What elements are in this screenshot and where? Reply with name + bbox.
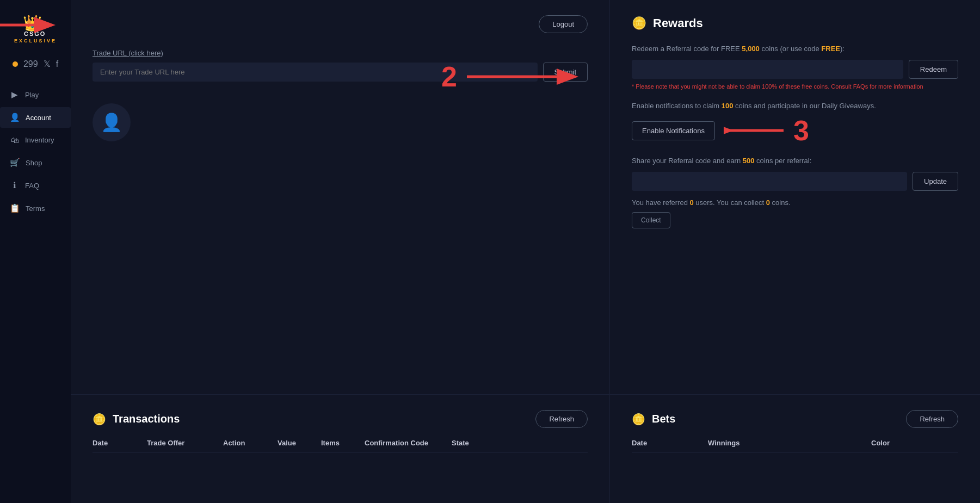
col-state: State bbox=[452, 439, 588, 447]
notify-description: Enable notifications to claim 100 coins … bbox=[632, 101, 958, 111]
redeem-description: Redeem a Referral code for FREE 5,000 co… bbox=[632, 44, 958, 54]
rewards-coins-icon: 🪙 bbox=[632, 16, 646, 30]
logo-sub-text: EXCLUSIVE bbox=[14, 38, 57, 44]
sidebar-item-faq[interactable]: ℹ FAQ bbox=[0, 175, 71, 196]
redeem-free-highlight: FREE bbox=[821, 45, 840, 53]
update-button[interactable]: Update bbox=[913, 172, 958, 191]
trade-url-label[interactable]: Trade URL (click here) bbox=[93, 49, 588, 57]
play-icon: ▶ bbox=[10, 90, 20, 100]
notify-coins-highlight: 100 bbox=[722, 102, 734, 110]
logo-icon: 👑 CSGO bbox=[21, 9, 50, 38]
main-content: Logout 1 Trade URL (click here) bbox=[71, 0, 980, 503]
avatar: 👤 bbox=[93, 103, 131, 141]
referral-input-row: Update bbox=[632, 172, 958, 191]
sidebar: 👑 CSGO EXCLUSIVE 299 𝕏 f ▶ Play 👤 Accoun… bbox=[0, 0, 71, 503]
transactions-panel: 🪙 Transactions Refresh Date Trade Offer … bbox=[71, 395, 610, 503]
col-confirmation-code: Confirmation Code bbox=[365, 439, 452, 447]
twitter-icon[interactable]: 𝕏 bbox=[44, 59, 51, 69]
top-row: Logout 1 Trade URL (click here) bbox=[71, 0, 980, 394]
avatar-area: 👤 bbox=[93, 103, 588, 141]
redeem-section: Redeem a Referral code for FREE 5,000 co… bbox=[632, 44, 958, 90]
nav-menu: ▶ Play 👤 Account 🛍 Inventory 🛒 Shop ℹ FA… bbox=[0, 84, 71, 219]
trade-url-section: Trade URL (click here) Submit bbox=[93, 49, 588, 82]
col-action: Action bbox=[223, 439, 278, 447]
bets-col-winnings: Winnings bbox=[708, 439, 871, 447]
sidebar-item-account[interactable]: 👤 Account bbox=[0, 107, 71, 128]
col-value: Value bbox=[278, 439, 321, 447]
rewards-title: 🪙 Rewards bbox=[632, 16, 958, 30]
trade-url-input-row: Submit bbox=[93, 63, 588, 82]
transactions-coins-icon: 🪙 bbox=[93, 413, 106, 426]
redeem-desc-1: Redeem a Referral code for FREE bbox=[632, 45, 742, 53]
referred-text: You have referred 0 users. You can colle… bbox=[632, 198, 958, 207]
redeem-desc-3: ): bbox=[840, 45, 845, 53]
bets-title-text: Bets bbox=[652, 413, 675, 425]
redeem-desc-2: coins (or use code bbox=[760, 45, 821, 53]
account-icon: 👤 bbox=[10, 113, 20, 122]
sidebar-item-inventory[interactable]: 🛍 Inventory bbox=[0, 130, 71, 150]
redeem-input[interactable] bbox=[632, 60, 903, 79]
referred-count: 0 bbox=[689, 198, 693, 207]
collect-button[interactable]: Collect bbox=[632, 212, 670, 228]
col-items: Items bbox=[321, 439, 365, 447]
arrow-3-icon bbox=[724, 121, 789, 140]
sidebar-label-terms: Terms bbox=[26, 204, 45, 213]
sidebar-label-faq: FAQ bbox=[25, 182, 39, 190]
col-date: Date bbox=[93, 439, 147, 447]
terms-icon: 📋 bbox=[10, 203, 20, 213]
transactions-refresh-button[interactable]: Refresh bbox=[535, 410, 588, 428]
transactions-header: 🪙 Transactions Refresh bbox=[93, 410, 588, 428]
avatar-icon: 👤 bbox=[101, 112, 122, 133]
referral-desc-2: coins per referral: bbox=[755, 157, 812, 165]
referred-text-2: users. You can collect bbox=[694, 198, 766, 207]
referral-description: Share your Referral code and earn 500 co… bbox=[632, 156, 958, 166]
notify-desc-1: Enable notifications to claim bbox=[632, 102, 722, 110]
rewards-title-text: Rewards bbox=[653, 16, 703, 30]
bets-coins-icon: 🪙 bbox=[632, 413, 645, 426]
sidebar-label-inventory: Inventory bbox=[25, 136, 54, 144]
svg-text:👑: 👑 bbox=[23, 14, 42, 32]
faq-icon: ℹ bbox=[10, 181, 20, 190]
facebook-icon[interactable]: f bbox=[56, 59, 58, 69]
bottom-row: 🪙 Transactions Refresh Date Trade Offer … bbox=[71, 394, 980, 503]
bets-header: 🪙 Bets Refresh bbox=[632, 410, 958, 428]
collect-coins: 0 bbox=[766, 198, 770, 207]
sidebar-item-terms[interactable]: 📋 Terms bbox=[0, 198, 71, 219]
redeem-input-row: Redeem bbox=[632, 60, 958, 79]
sidebar-item-play[interactable]: ▶ Play bbox=[0, 84, 71, 105]
transactions-table-header: Date Trade Offer Action Value Items Conf… bbox=[93, 439, 588, 453]
referral-section: Share your Referral code and earn 500 co… bbox=[632, 156, 958, 228]
notify-desc-2: coins and participate in our Daily Givea… bbox=[733, 102, 876, 110]
sidebar-label-shop: Shop bbox=[26, 159, 42, 167]
svg-text:CSGO: CSGO bbox=[24, 30, 46, 37]
logout-button[interactable]: Logout bbox=[539, 15, 588, 33]
referral-desc-1: Share your Referral code and earn bbox=[632, 157, 743, 165]
sidebar-item-shop[interactable]: 🛒 Shop bbox=[0, 152, 71, 173]
bets-title: 🪙 Bets bbox=[632, 413, 675, 426]
sidebar-label-play: Play bbox=[25, 91, 39, 99]
redeem-warning: * Please note that you might not be able… bbox=[632, 83, 958, 90]
social-row: 299 𝕏 f bbox=[13, 59, 58, 69]
coin-balance: 299 bbox=[23, 59, 38, 69]
sidebar-label-account: Account bbox=[26, 114, 51, 122]
bets-col-date: Date bbox=[632, 439, 708, 447]
rewards-panel: 2 🪙 Rewards Redeem a Referral code bbox=[610, 0, 980, 394]
inventory-icon: 🛍 bbox=[10, 135, 20, 145]
shop-icon: 🛒 bbox=[10, 158, 20, 167]
referred-text-3: coins. bbox=[770, 198, 791, 207]
referral-coins-highlight: 500 bbox=[743, 157, 755, 165]
bets-refresh-button[interactable]: Refresh bbox=[906, 410, 958, 428]
trade-url-input[interactable] bbox=[93, 63, 538, 82]
referral-input[interactable] bbox=[632, 172, 907, 191]
bets-col-color: Color bbox=[871, 439, 958, 447]
bets-panel: 🪙 Bets Refresh Date Winnings Color bbox=[610, 395, 980, 503]
submit-button[interactable]: Submit bbox=[543, 63, 588, 82]
col-trade-offer: Trade Offer bbox=[147, 439, 223, 447]
redeem-coins-highlight: 5,000 bbox=[742, 45, 760, 53]
redeem-button[interactable]: Redeem bbox=[909, 60, 958, 79]
account-panel: Logout 1 Trade URL (click here) bbox=[71, 0, 610, 394]
annotation-3: 3 bbox=[793, 116, 809, 145]
referred-text-1: You have referred bbox=[632, 198, 689, 207]
coin-dot-icon bbox=[13, 61, 18, 67]
enable-notifications-button[interactable]: Enable Notifications bbox=[632, 121, 715, 140]
